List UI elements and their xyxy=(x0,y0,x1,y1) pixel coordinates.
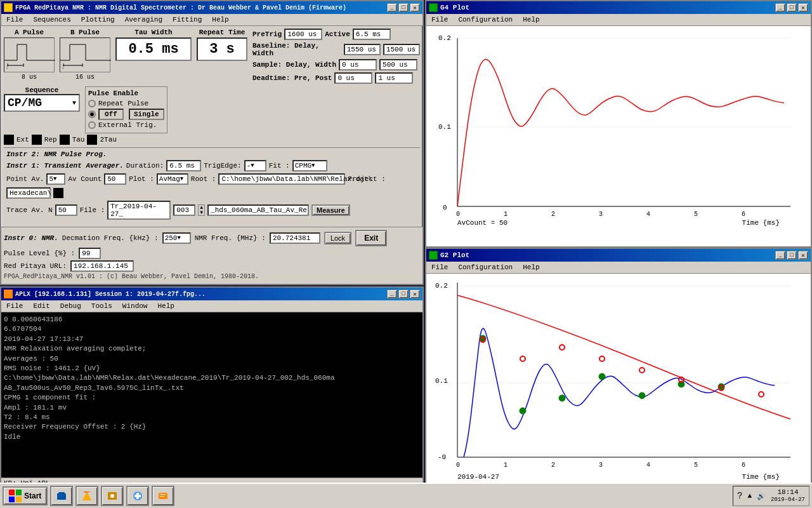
measure-button[interactable]: Measure xyxy=(311,204,350,216)
g2-menu-configuration[interactable]: Configuration xyxy=(455,263,515,272)
trace-av-input[interactable]: 50 xyxy=(55,204,77,216)
fit-dropdown[interactable]: CPMG ▼ xyxy=(292,160,327,171)
g4-menu-configuration[interactable]: Configuration xyxy=(455,15,515,24)
point-av-dropdown[interactable]: 5 ▼ xyxy=(46,173,65,185)
aplx-minimize-button[interactable]: _ xyxy=(387,290,397,298)
tau2-label: 2Tau xyxy=(100,136,116,144)
taskbar-btn-2[interactable] xyxy=(75,486,98,506)
aplx-content[interactable]: 0 0.0060643186 6.6707504 2019-04-27 17:1… xyxy=(1,312,422,478)
trace-file-row: Trace Av. N 50 File : Tr_2019-04-27_ 003… xyxy=(6,201,417,220)
sequence-dropdown[interactable]: CP/MG ▼ xyxy=(4,94,80,112)
maximize-button[interactable]: □ xyxy=(398,3,409,12)
exit-button[interactable]: Exit xyxy=(355,230,387,246)
red-pitaya-input[interactable]: 192.168.1.145 xyxy=(70,260,134,272)
start-label: Start xyxy=(24,491,41,500)
start-button[interactable]: Start xyxy=(3,486,48,505)
aplx-menu-window[interactable]: Window xyxy=(120,302,150,311)
nmr-title-bar: FPGA RedPitaya NMR : NMR Digital Spectro… xyxy=(1,1,422,14)
menu-sequences[interactable]: Sequences xyxy=(30,15,73,24)
plot-dropdown[interactable]: AvMag ▼ xyxy=(157,173,188,185)
g2-minimize-button[interactable]: _ xyxy=(775,251,785,260)
off-radio[interactable] xyxy=(88,110,96,118)
external-trig-radio[interactable] xyxy=(88,121,96,129)
av-count-input[interactable]: 50 xyxy=(104,173,126,185)
g4-title-bar: G4 Plot _ □ ✕ xyxy=(426,1,811,14)
tray-speaker-icon: 🔊 xyxy=(757,492,766,500)
trigedge-dropdown[interactable]: - ▼ xyxy=(244,160,266,171)
svg-text:2: 2 xyxy=(551,462,555,469)
minimize-button[interactable]: _ xyxy=(387,3,397,12)
file-prefix-input[interactable]: Tr_2019-04-27_ xyxy=(107,201,171,220)
g2-maximize-button[interactable]: □ xyxy=(787,251,797,260)
g4-menu-file[interactable]: File xyxy=(429,15,450,24)
menu-help[interactable]: Help xyxy=(209,15,231,24)
aplx-window-controls: _ □ ✕ xyxy=(387,290,420,298)
sample-width-input[interactable]: 500 us xyxy=(379,59,417,70)
project-browse-icon[interactable] xyxy=(53,188,63,198)
root-input[interactable]: C:\home\jbww\Data.lab\NMR\Relax.dat\ xyxy=(218,173,345,185)
g4-minimize-button[interactable]: _ xyxy=(775,3,785,12)
g4-close-button[interactable]: ✕ xyxy=(798,3,808,12)
tau-width-value[interactable]: 0.5 ms xyxy=(115,37,192,61)
pretrig-input[interactable]: 1600 us xyxy=(284,29,322,40)
aplx-menu-edit[interactable]: Edit xyxy=(30,302,52,311)
sequence-section: Sequence CP/MG ▼ xyxy=(4,86,80,112)
svg-point-57 xyxy=(639,368,645,373)
menu-file[interactable]: File xyxy=(4,15,25,24)
g4-plot-svg: 0.2 0.1 0 0 1 2 3 4 5 6 xyxy=(429,29,797,219)
g4-maximize-button[interactable]: □ xyxy=(787,3,797,12)
decmation-dropdown[interactable]: 250 ▼ xyxy=(162,232,191,244)
taskbar-btn-3[interactable] xyxy=(101,486,124,506)
file-num-input[interactable]: 003 xyxy=(173,204,195,216)
close-button[interactable]: ✕ xyxy=(410,3,420,12)
deadtime-pre-input[interactable]: 0 us xyxy=(334,72,372,84)
nmr-freq-input[interactable]: 20.724381 xyxy=(270,232,320,244)
project-input[interactable]: Hexadecan\ xyxy=(6,187,51,199)
external-trig-row: External Trig. xyxy=(88,121,164,129)
taskbar-icon-5 xyxy=(158,491,168,501)
stepper-down-icon[interactable]: ▼ xyxy=(200,210,203,215)
g2-close-button[interactable]: ✕ xyxy=(798,251,808,260)
g2-menu-help[interactable]: Help xyxy=(520,263,542,272)
svg-text:4: 4 xyxy=(646,462,650,469)
svg-point-66 xyxy=(110,494,114,498)
g2-title-text: G2 Plot xyxy=(440,251,469,259)
svg-point-50 xyxy=(639,392,645,399)
baseline-delay-input[interactable]: 1550 us xyxy=(344,44,381,55)
file-num-stepper[interactable]: ▲ ▼ xyxy=(198,204,205,216)
pulse-level-input[interactable]: 99 xyxy=(79,248,101,259)
taskbar-btn-5[interactable] xyxy=(152,486,174,506)
nmr-window-controls: _ □ ✕ xyxy=(387,3,420,12)
g4-menu-help[interactable]: Help xyxy=(520,15,542,24)
taskbar-btn-4[interactable] xyxy=(126,486,149,506)
g4-window-controls: _ □ ✕ xyxy=(775,3,808,12)
lock-button[interactable]: Lock xyxy=(324,232,351,244)
sample-delay-input[interactable]: 0 us xyxy=(339,59,377,70)
menu-averaging[interactable]: Averaging xyxy=(122,15,165,24)
baseline-width-input[interactable]: 1500 us xyxy=(383,44,420,55)
deadtime-post-input[interactable]: 1 us xyxy=(375,72,413,84)
svg-text:5: 5 xyxy=(694,462,698,469)
repeat-time-value[interactable]: 3 s xyxy=(197,37,247,61)
aplx-menu-tools[interactable]: Tools xyxy=(89,302,115,311)
duration-input[interactable]: 6.5 ms xyxy=(166,160,201,171)
menu-fitting[interactable]: Fitting xyxy=(170,15,204,24)
taskbar-btn-1[interactable] xyxy=(50,486,73,506)
aplx-maximize-button[interactable]: □ xyxy=(398,290,409,298)
aplx-close-button[interactable]: ✕ xyxy=(410,290,420,298)
aplx-menu-file[interactable]: File xyxy=(4,302,25,311)
aplx-menu-bar: File Edit Debug Tools Window Help xyxy=(1,300,422,312)
rep-square xyxy=(32,135,42,145)
aplx-menu-help[interactable]: Help xyxy=(155,302,176,311)
menu-plotting[interactable]: Plotting xyxy=(79,15,117,24)
nmr-bottom: Instr 0: NMR. Decmation Freq. {kHz} : 25… xyxy=(1,227,422,284)
g4-plot-window: G4 Plot _ □ ✕ File Configuration Help 0.… xyxy=(425,0,812,248)
file-suffix-input[interactable]: _hds_060ma_AB_Tau_Av_Re xyxy=(207,204,309,216)
active-input[interactable]: 6.5 ms xyxy=(353,29,391,40)
aplx-menu-debug[interactable]: Debug xyxy=(58,302,84,311)
aplx-line-11: Receiver Frequency Offset : 2 {Hz} xyxy=(4,422,420,432)
trigedge-value: - xyxy=(247,162,251,170)
nmr-menu-bar: File Sequences Plotting Averaging Fittin… xyxy=(1,14,422,26)
g2-menu-file[interactable]: File xyxy=(429,263,450,272)
repeat-pulse-radio[interactable] xyxy=(88,100,96,107)
